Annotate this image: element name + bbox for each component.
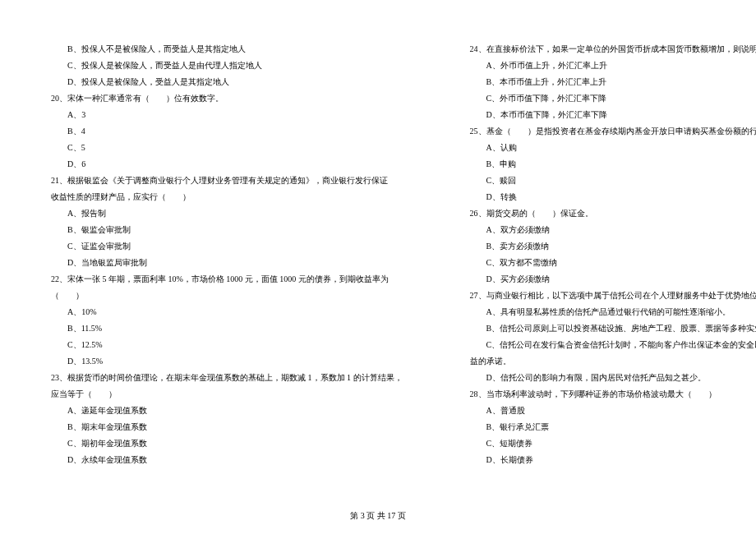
text-line: A、普通股: [452, 403, 757, 419]
text-line: C、信托公司在发行集合资金信托计划时，不能向客户作出保证本金的安全以及保证预期收: [452, 337, 757, 353]
text-line: A、报告制: [33, 205, 403, 222]
text-line: D、买方必须缴纳: [452, 271, 757, 288]
text-line: C、短期债券: [452, 435, 757, 452]
text-line: B、申购: [452, 156, 757, 173]
text-line: D、6: [33, 156, 403, 173]
text-line: 益的承诺。: [452, 353, 757, 370]
text-line: 25、基金（ ）是指投资者在基金存续期内基金开放日申请购买基金份额的行为。: [452, 123, 757, 140]
text-line: C、赎回: [452, 173, 757, 189]
text-line: C、外币币值下降，外汇汇率下降: [452, 90, 757, 107]
text-line: D、当地银监局审批制: [33, 255, 403, 271]
text-line: B、11.5%: [33, 320, 403, 337]
text-line: A、双方必须缴纳: [452, 222, 757, 238]
text-line: 23、根据货币的时间价值理论，在期末年金现值系数的基础上，期数减 1，系数加 1…: [33, 370, 403, 386]
text-line: A、外币币值上升，外汇汇率上升: [452, 58, 757, 74]
text-line: C、12.5%: [33, 337, 403, 353]
left-column: B、投保人不是被保险人，而受益人是其指定地人C、投保人是被保险人，而受益人是由代…: [33, 41, 403, 468]
text-line: C、投保人是被保险人，而受益人是由代理人指定地人: [33, 58, 403, 74]
text-line: B、期末年金现值系数: [33, 419, 403, 435]
text-line: 20、宋体一种汇率通常有（ ）位有效数字。: [33, 90, 403, 107]
text-line: D、长期债券: [452, 452, 757, 468]
text-line: C、证监会审批制: [33, 238, 403, 255]
text-line: 26、期货交易的（ ）保证金。: [452, 205, 757, 222]
text-line: （ ）: [33, 288, 403, 304]
document-content: B、投保人不是被保险人，而受益人是其指定地人C、投保人是被保险人，而受益人是由代…: [33, 41, 723, 468]
text-line: A、递延年金现值系数: [33, 403, 403, 419]
text-line: B、银监会审批制: [33, 222, 403, 238]
text-line: 27、与商业银行相比，以下选项中属于信托公司在个人理财服务中处于优势地位的是（ …: [452, 288, 757, 304]
text-line: A、3: [33, 107, 403, 123]
right-column: 24、在直接标价法下，如果一定单位的外国货币折成本国货币数额增加，则说明（ ）A…: [452, 41, 757, 468]
text-line: A、10%: [33, 304, 403, 320]
text-line: C、5: [33, 140, 403, 156]
text-line: D、本币币值下降，外汇汇率下降: [452, 107, 757, 123]
text-line: 28、当市场利率波动时，下列哪种证券的市场价格波动最大（ ）: [452, 386, 757, 403]
text-line: D、信托公司的影响力有限，国内居民对信托产品知之甚少。: [452, 370, 757, 386]
text-line: D、投保人是被保险人，受益人是其指定地人: [33, 74, 403, 90]
text-line: B、卖方必须缴纳: [452, 238, 757, 255]
text-line: A、具有明显私募性质的信托产品通过银行代销的可能性逐渐缩小。: [452, 304, 757, 320]
text-line: 21、根据银监会《关于调整商业银行个人理财业务管理有关规定的通知》，商业银行发行…: [33, 173, 403, 189]
text-line: 收益性质的理财产品，应实行（ ）: [33, 189, 403, 205]
text-line: C、双方都不需缴纳: [452, 255, 757, 271]
text-line: D、13.5%: [33, 353, 403, 370]
text-line: D、永续年金现值系数: [33, 452, 403, 468]
text-line: A、认购: [452, 140, 757, 156]
page-footer: 第 3 页 共 17 页: [0, 510, 756, 522]
text-line: 应当等于（ ）: [33, 386, 403, 403]
text-line: B、信托公司原则上可以投资基础设施、房地产工程、股票、票据等多种实业和金融资产。: [452, 320, 757, 337]
text-line: 24、在直接标价法下，如果一定单位的外国货币折成本国货币数额增加，则说明（ ）: [452, 41, 757, 58]
text-line: D、转换: [452, 189, 757, 205]
text-line: B、4: [33, 123, 403, 140]
text-line: C、期初年金现值系数: [33, 435, 403, 452]
text-line: B、银行承兑汇票: [452, 419, 757, 435]
text-line: B、投保人不是被保险人，而受益人是其指定地人: [33, 41, 403, 58]
text-line: B、本币币值上升，外汇汇率上升: [452, 74, 757, 90]
text-line: 22、宋体一张 5 年期，票面利率 10%，市场价格 1000 元，面值 100…: [33, 271, 403, 288]
